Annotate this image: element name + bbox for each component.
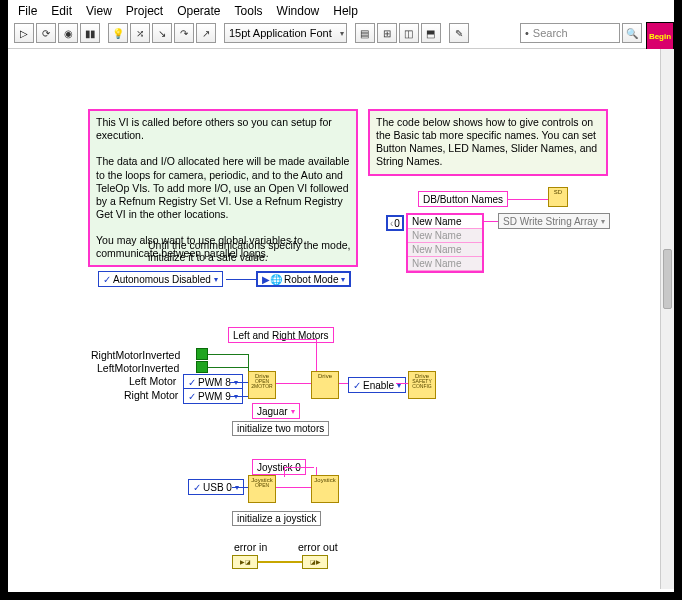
vi-joystick[interactable]: Joystick <box>311 475 339 503</box>
abort-button[interactable]: ◉ <box>58 23 78 43</box>
menu-help[interactable]: Help <box>333 4 358 18</box>
vi-joystick-open[interactable]: Joystick OPEN <box>248 475 276 503</box>
indicator-error-out[interactable]: ◪▶ <box>302 555 328 569</box>
toolbar: ▷ ⟳ ◉ ▮▮ 💡 ⤮ ↘ ↷ ↗ 15pt Application Font… <box>8 20 674 49</box>
run-button[interactable]: ▷ <box>14 23 34 43</box>
comment-init-motors: initialize two motors <box>232 421 329 436</box>
label-error-in: error in <box>234 541 267 553</box>
highlight-exec-button[interactable]: 💡 <box>108 23 128 43</box>
label-left-inverted: LeftMotorInverted <box>97 362 179 374</box>
run-continuous-button[interactable]: ⟳ <box>36 23 56 43</box>
cleanup-button[interactable]: ✎ <box>449 23 469 43</box>
array-row-1[interactable]: New Name <box>408 229 482 243</box>
search-placeholder: Search <box>533 27 568 39</box>
menu-file[interactable]: File <box>18 4 37 18</box>
vi-drive[interactable]: Drive <box>311 371 339 399</box>
array-row-2[interactable]: New Name <box>408 243 482 257</box>
enum-jaguar[interactable]: Jaguar <box>252 403 300 419</box>
distribute-button[interactable]: ⊞ <box>377 23 397 43</box>
menu-bar: File Edit View Project Operate Tools Win… <box>8 0 674 20</box>
menu-tools[interactable]: Tools <box>235 4 263 18</box>
label-right-motor: Right Motor <box>124 389 178 401</box>
search-input[interactable]: • Search <box>520 23 620 43</box>
control-error-in[interactable]: ▶◪ <box>232 555 258 569</box>
align-button[interactable]: ▤ <box>355 23 375 43</box>
block-diagram[interactable]: This VI is called before others so you c… <box>8 49 674 589</box>
reorder-button[interactable]: ⬒ <box>421 23 441 43</box>
menu-window[interactable]: Window <box>277 4 320 18</box>
menu-project[interactable]: Project <box>126 4 163 18</box>
label-error-out: error out <box>298 541 338 553</box>
array-row-0[interactable]: New Name <box>408 215 482 229</box>
label-right-inverted: RightMotorInverted <box>91 349 180 361</box>
string-left-right-motors[interactable]: Left and Right Motors <box>228 327 334 343</box>
array-index[interactable]: ‹0 <box>386 215 404 231</box>
menu-edit[interactable]: Edit <box>51 4 72 18</box>
pause-button[interactable]: ▮▮ <box>80 23 100 43</box>
indicator-robot-mode[interactable]: ▶🌐 Robot Mode <box>256 271 351 287</box>
string-array-constant[interactable]: New Name New Name New Name New Name <box>406 213 484 273</box>
menu-view[interactable]: View <box>86 4 112 18</box>
scrollbar-thumb[interactable] <box>663 249 672 309</box>
step-over-button[interactable]: ↷ <box>174 23 194 43</box>
font-selector[interactable]: 15pt Application Font <box>224 23 347 43</box>
vertical-scrollbar[interactable] <box>660 49 674 589</box>
string-db-button-names[interactable]: DB/Button Names <box>418 191 508 207</box>
vi-sd[interactable]: SD <box>548 187 568 207</box>
bool-left-inverted[interactable] <box>196 361 208 373</box>
comment-controls: The code below shows how to give control… <box>368 109 608 176</box>
enum-enable[interactable]: ✓Enable <box>348 377 406 393</box>
enum-autonomous-disabled[interactable]: ✓ Autonomous Disabled <box>98 271 223 287</box>
search-button[interactable]: 🔍 <box>622 23 642 43</box>
vi-icon-begin: Begin <box>646 22 674 50</box>
comment-init-joystick: initialize a joystick <box>232 511 321 526</box>
resize-button[interactable]: ◫ <box>399 23 419 43</box>
array-row-3[interactable]: New Name <box>408 257 482 271</box>
comment-mode-note: Until the communications specify the mod… <box>148 239 378 263</box>
bool-right-inverted[interactable] <box>196 348 208 360</box>
step-out-button[interactable]: ↗ <box>196 23 216 43</box>
vi-drive-safety-config[interactable]: Drive SAFETY CONFIG <box>408 371 436 399</box>
label-left-motor: Left Motor <box>129 375 176 387</box>
step-into-button[interactable]: ↘ <box>152 23 172 43</box>
vi-drive-open-2motor[interactable]: Drive OPEN 2MOTOR <box>248 371 276 399</box>
retain-wire-button[interactable]: ⤮ <box>130 23 150 43</box>
polymorphic-sd-write[interactable]: SD Write String Array▾ <box>498 213 610 229</box>
menu-operate[interactable]: Operate <box>177 4 220 18</box>
